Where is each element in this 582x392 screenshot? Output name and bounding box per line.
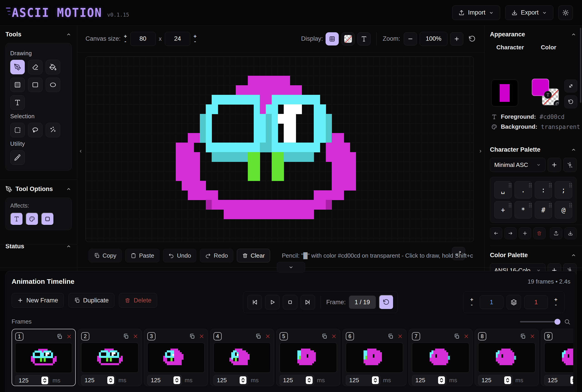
new-frame-button[interactable]: New Frame: [11, 293, 64, 308]
slider-track[interactable]: [520, 321, 560, 322]
collapse-left-panel-button[interactable]: [78, 143, 84, 159]
paste-button[interactable]: Paste: [125, 249, 160, 262]
delete-frame-icon[interactable]: [397, 333, 403, 339]
character-preview[interactable]: [491, 80, 518, 106]
duplicate-frame-icon[interactable]: [255, 333, 261, 339]
delete-frame-icon[interactable]: [530, 333, 535, 339]
zoom-out-button[interactable]: [404, 32, 417, 46]
eyedropper-tool-button[interactable]: [10, 150, 25, 165]
reset-zoom-button[interactable]: [468, 35, 476, 43]
duplicate-frame-icon[interactable]: [57, 334, 62, 340]
duplicate-frame-icon[interactable]: [454, 333, 460, 339]
palette-character-button[interactable]: *: [515, 201, 532, 218]
affects-character-toggle[interactable]: [10, 212, 23, 225]
move-character-right-button[interactable]: [505, 228, 517, 239]
frame-card[interactable]: 5125ms: [276, 329, 340, 386]
undo-button[interactable]: Undo: [163, 249, 196, 262]
add-character-button[interactable]: [519, 228, 531, 239]
duration-spinner[interactable]: [504, 376, 511, 384]
frame-duration-input[interactable]: 125: [213, 375, 248, 386]
pencil-tool-button[interactable]: [10, 60, 25, 74]
duplicate-frame-icon[interactable]: [520, 333, 526, 339]
duplicate-frame-icon[interactable]: [123, 333, 129, 339]
appearance-section-header[interactable]: Appearance: [490, 31, 577, 38]
export-button[interactable]: Export: [505, 6, 553, 20]
delete-frame-icon[interactable]: [331, 333, 337, 339]
delete-frame-icon[interactable]: [199, 333, 205, 339]
collapse-right-panel-button[interactable]: [478, 143, 483, 159]
swap-colors-button[interactable]: [565, 80, 577, 92]
width-stepper[interactable]: +-: [124, 34, 127, 44]
duplicate-frame-button[interactable]: Duplicate: [68, 293, 115, 308]
palette-character-button[interactable]: :: [535, 181, 552, 198]
duration-spinner[interactable]: [173, 376, 180, 384]
character-palette-settings-button[interactable]: [563, 158, 577, 172]
frame-duration-input[interactable]: 125: [544, 375, 573, 386]
palette-character-button[interactable]: .: [515, 181, 532, 198]
gradient-tool-button[interactable]: [10, 78, 25, 92]
sidebar-scrollbar[interactable]: [580, 28, 581, 103]
stop-button[interactable]: [283, 295, 297, 310]
frame-card[interactable]: 1125ms: [11, 329, 76, 386]
lasso-tool-button[interactable]: [28, 123, 42, 137]
redo-button[interactable]: Redo: [200, 249, 233, 262]
first-frame-button[interactable]: [247, 295, 262, 310]
clear-button[interactable]: Clear: [237, 249, 270, 262]
delete-frame-icon[interactable]: [132, 333, 138, 339]
onion-prev-stepper[interactable]: +-: [470, 298, 473, 307]
tools-section-header[interactable]: Tools: [5, 31, 72, 38]
eraser-tool-button[interactable]: [28, 60, 42, 74]
status-section-header[interactable]: Status: [5, 243, 72, 250]
copy-button[interactable]: Copy: [89, 249, 122, 262]
delete-frame-icon[interactable]: [265, 333, 271, 339]
import-button[interactable]: Import: [452, 6, 500, 20]
duration-spinner[interactable]: [571, 376, 573, 384]
frame-duration-input[interactable]: 125: [280, 375, 314, 386]
onion-skin-toggle-button[interactable]: [507, 295, 521, 310]
duration-spinner[interactable]: [240, 376, 246, 384]
delete-frame-icon[interactable]: [66, 334, 72, 340]
loop-toggle-button[interactable]: [379, 295, 394, 310]
canvas-height-input[interactable]: [165, 32, 190, 46]
import-character-palette-button[interactable]: [565, 228, 577, 239]
drawing-canvas[interactable]: [85, 56, 474, 242]
add-character-palette-button[interactable]: [548, 158, 561, 172]
onion-next-stepper[interactable]: +-: [554, 298, 558, 307]
ellipse-tool-button[interactable]: [46, 78, 60, 92]
frame-duration-input[interactable]: 125: [147, 375, 182, 386]
duration-spinner[interactable]: [107, 376, 114, 384]
character-palette-header[interactable]: Character Palette: [490, 146, 577, 153]
delete-frame-icon[interactable]: [463, 333, 469, 339]
affects-background-toggle[interactable]: [41, 212, 54, 225]
tool-options-header[interactable]: Tool Options: [5, 186, 72, 192]
magic-wand-tool-button[interactable]: [46, 123, 60, 137]
duration-spinner[interactable]: [438, 376, 445, 384]
transparency-display-toggle[interactable]: [341, 32, 355, 46]
delete-character-button[interactable]: [533, 228, 546, 239]
frame-duration-input[interactable]: 125: [478, 375, 513, 386]
text-display-toggle[interactable]: [357, 32, 371, 46]
move-character-left-button[interactable]: [490, 228, 502, 239]
palette-character-button[interactable]: @: [555, 201, 572, 218]
palette-character-button[interactable]: +: [494, 201, 512, 218]
frame-card[interactable]: 2125ms: [78, 329, 142, 386]
theme-toggle-button[interactable]: [558, 6, 573, 20]
frame-card[interactable]: 4125ms: [210, 329, 274, 386]
foreground-color-swatch[interactable]: [532, 79, 549, 96]
collapse-timeline-button[interactable]: [277, 262, 305, 272]
duplicate-frame-icon[interactable]: [388, 333, 394, 339]
duplicate-frame-icon[interactable]: [189, 333, 195, 339]
export-character-palette-button[interactable]: [550, 228, 562, 239]
duration-spinner[interactable]: [41, 376, 48, 384]
slider-knob[interactable]: [555, 319, 561, 325]
frame-card[interactable]: 8125ms: [475, 329, 539, 386]
frame-duration-input[interactable]: 125: [346, 375, 380, 386]
last-frame-button[interactable]: [301, 295, 315, 310]
duplicate-frame-icon[interactable]: [321, 333, 327, 339]
frame-card[interactable]: 6125ms: [342, 329, 407, 386]
reset-colors-button[interactable]: [565, 96, 577, 108]
affects-color-toggle[interactable]: [26, 212, 38, 225]
palette-character-button[interactable]: ;: [555, 181, 572, 198]
delete-frame-button[interactable]: Delete: [119, 293, 157, 308]
palette-character-button[interactable]: #: [535, 201, 552, 218]
